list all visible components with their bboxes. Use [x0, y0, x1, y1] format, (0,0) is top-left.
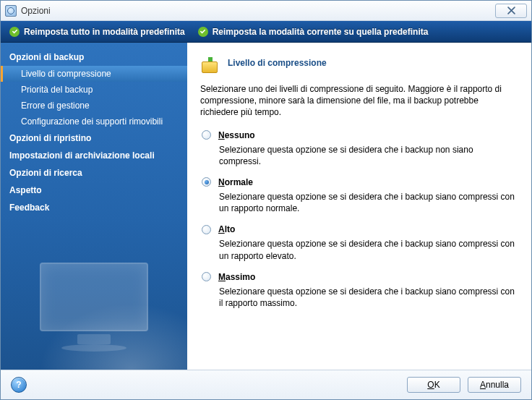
compression-option: MassimoSelezionare questa opzione se si … — [200, 272, 518, 309]
radio-button[interactable] — [202, 225, 211, 234]
radio-button[interactable] — [202, 177, 211, 187]
radio-button[interactable] — [202, 272, 211, 281]
sidebar-category[interactable]: Feedback — [1, 199, 187, 216]
option-description: Selezionare questa opzione se si desider… — [219, 286, 515, 309]
option-head[interactable]: Nessuno — [200, 130, 518, 140]
radio-button[interactable] — [202, 130, 211, 140]
sidebar-item[interactable]: Livello di compressione — [1, 66, 187, 82]
content-heading-text: Livello di compressione — [228, 58, 327, 68]
window-title: Opzioni — [21, 6, 51, 16]
sidebar-category[interactable]: Impostazioni di archiviazione locali — [1, 147, 187, 164]
ok-rest: K — [434, 380, 440, 390]
option-label: Normale — [218, 177, 253, 187]
intro-text: Selezionare uno dei livelli di compressi… — [200, 83, 518, 119]
option-head[interactable]: Alto — [200, 224, 518, 234]
close-button[interactable] — [495, 4, 527, 18]
option-head[interactable]: Massimo — [200, 272, 518, 282]
ok-accel: O — [427, 380, 434, 390]
option-description: Selezionare questa opzione se si desider… — [219, 144, 515, 167]
cancel-rest: nnulla — [486, 380, 509, 390]
sidebar-item[interactable]: Configurazione dei supporti rimovibili — [1, 114, 187, 129]
sidebar-category[interactable]: Opzioni di backup — [1, 48, 187, 66]
sidebar-item[interactable]: Errore di gestione — [1, 98, 187, 114]
titlebar: Opzioni — [1, 1, 531, 21]
option-description: Selezionare questa opzione se si desider… — [219, 191, 515, 214]
compression-option: NormaleSelezionare questa opzione se si … — [200, 177, 518, 214]
bottombar: ? OK Annulla — [1, 370, 531, 399]
option-label: Nessuno — [218, 130, 255, 140]
sidebar: Opzioni di backupLivello di compressione… — [1, 43, 187, 370]
option-label: Massimo — [218, 272, 255, 282]
help-button[interactable]: ? — [11, 377, 27, 393]
option-label: Alto — [218, 224, 235, 234]
ok-button[interactable]: OK — [407, 377, 460, 393]
reset-current-button[interactable]: Reimposta la modalità corrente su quella… — [198, 27, 429, 37]
check-icon — [198, 27, 208, 37]
close-icon — [507, 7, 515, 14]
content-heading: Livello di compressione — [200, 53, 518, 73]
option-description: Selezionare questa opzione se si desider… — [219, 238, 515, 261]
body: Opzioni di backupLivello di compressione… — [1, 43, 531, 370]
sidebar-category[interactable]: Opzioni di ricerca — [1, 164, 187, 182]
reset-all-label: Reimposta tutto in modalità predefinita — [24, 27, 185, 37]
sidebar-item[interactable]: Priorità del backup — [1, 82, 187, 98]
check-icon — [9, 27, 20, 37]
reset-all-button[interactable]: Reimposta tutto in modalità predefinita — [9, 27, 185, 37]
toolbar: Reimposta tutto in modalità predefinita … — [1, 21, 531, 43]
compression-icon — [200, 53, 220, 73]
compression-option: NessunoSelezionare questa opzione se si … — [200, 130, 518, 167]
options-group: NessunoSelezionare questa opzione se si … — [200, 130, 518, 310]
sidebar-category[interactable]: Opzioni di ripristino — [1, 129, 187, 147]
content-panel: Livello di compressione Selezionare uno … — [187, 43, 531, 370]
compression-option: AltoSelezionare questa opzione se si des… — [200, 224, 518, 261]
reset-current-label: Reimposta la modalità corrente su quella… — [213, 27, 429, 37]
option-head[interactable]: Normale — [200, 177, 518, 187]
app-icon — [5, 5, 17, 17]
cancel-button[interactable]: Annulla — [468, 377, 521, 393]
sidebar-category[interactable]: Aspetto — [1, 182, 187, 199]
monitor-illustration — [29, 263, 159, 357]
cancel-accel: A — [480, 380, 486, 390]
